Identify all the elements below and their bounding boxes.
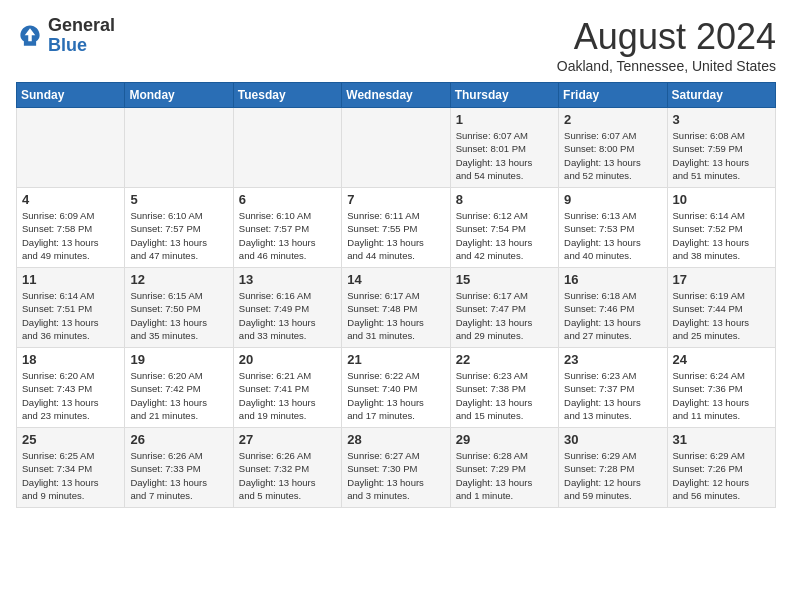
day-number: 27 — [239, 432, 336, 447]
logo-icon — [16, 22, 44, 50]
day-info: Sunrise: 6:10 AM Sunset: 7:57 PM Dayligh… — [239, 209, 336, 262]
calendar-table: SundayMondayTuesdayWednesdayThursdayFrid… — [16, 82, 776, 508]
day-number: 13 — [239, 272, 336, 287]
day-number: 28 — [347, 432, 444, 447]
calendar-cell: 31Sunrise: 6:29 AM Sunset: 7:26 PM Dayli… — [667, 428, 775, 508]
calendar-cell: 8Sunrise: 6:12 AM Sunset: 7:54 PM Daylig… — [450, 188, 558, 268]
day-number: 30 — [564, 432, 661, 447]
calendar-cell: 4Sunrise: 6:09 AM Sunset: 7:58 PM Daylig… — [17, 188, 125, 268]
day-info: Sunrise: 6:14 AM Sunset: 7:52 PM Dayligh… — [673, 209, 770, 262]
day-number: 14 — [347, 272, 444, 287]
day-info: Sunrise: 6:09 AM Sunset: 7:58 PM Dayligh… — [22, 209, 119, 262]
day-info: Sunrise: 6:24 AM Sunset: 7:36 PM Dayligh… — [673, 369, 770, 422]
calendar-cell: 25Sunrise: 6:25 AM Sunset: 7:34 PM Dayli… — [17, 428, 125, 508]
day-info: Sunrise: 6:17 AM Sunset: 7:47 PM Dayligh… — [456, 289, 553, 342]
day-info: Sunrise: 6:20 AM Sunset: 7:43 PM Dayligh… — [22, 369, 119, 422]
calendar-cell: 10Sunrise: 6:14 AM Sunset: 7:52 PM Dayli… — [667, 188, 775, 268]
weekday-header-friday: Friday — [559, 83, 667, 108]
calendar-cell: 17Sunrise: 6:19 AM Sunset: 7:44 PM Dayli… — [667, 268, 775, 348]
calendar-cell — [342, 108, 450, 188]
calendar-cell: 22Sunrise: 6:23 AM Sunset: 7:38 PM Dayli… — [450, 348, 558, 428]
day-number: 11 — [22, 272, 119, 287]
day-info: Sunrise: 6:29 AM Sunset: 7:28 PM Dayligh… — [564, 449, 661, 502]
day-info: Sunrise: 6:10 AM Sunset: 7:57 PM Dayligh… — [130, 209, 227, 262]
day-info: Sunrise: 6:19 AM Sunset: 7:44 PM Dayligh… — [673, 289, 770, 342]
day-info: Sunrise: 6:14 AM Sunset: 7:51 PM Dayligh… — [22, 289, 119, 342]
calendar-cell: 2Sunrise: 6:07 AM Sunset: 8:00 PM Daylig… — [559, 108, 667, 188]
weekday-header-thursday: Thursday — [450, 83, 558, 108]
calendar-cell: 7Sunrise: 6:11 AM Sunset: 7:55 PM Daylig… — [342, 188, 450, 268]
month-title: August 2024 — [557, 16, 776, 58]
weekday-header-monday: Monday — [125, 83, 233, 108]
calendar-cell — [233, 108, 341, 188]
day-number: 1 — [456, 112, 553, 127]
calendar-cell: 24Sunrise: 6:24 AM Sunset: 7:36 PM Dayli… — [667, 348, 775, 428]
day-number: 7 — [347, 192, 444, 207]
day-info: Sunrise: 6:21 AM Sunset: 7:41 PM Dayligh… — [239, 369, 336, 422]
calendar-cell: 9Sunrise: 6:13 AM Sunset: 7:53 PM Daylig… — [559, 188, 667, 268]
page-header: General Blue August 2024 Oakland, Tennes… — [16, 16, 776, 74]
calendar-cell: 18Sunrise: 6:20 AM Sunset: 7:43 PM Dayli… — [17, 348, 125, 428]
day-number: 29 — [456, 432, 553, 447]
day-info: Sunrise: 6:17 AM Sunset: 7:48 PM Dayligh… — [347, 289, 444, 342]
day-number: 12 — [130, 272, 227, 287]
calendar-cell: 28Sunrise: 6:27 AM Sunset: 7:30 PM Dayli… — [342, 428, 450, 508]
day-info: Sunrise: 6:26 AM Sunset: 7:32 PM Dayligh… — [239, 449, 336, 502]
day-info: Sunrise: 6:26 AM Sunset: 7:33 PM Dayligh… — [130, 449, 227, 502]
weekday-header-wednesday: Wednesday — [342, 83, 450, 108]
calendar-cell: 29Sunrise: 6:28 AM Sunset: 7:29 PM Dayli… — [450, 428, 558, 508]
weekday-header-saturday: Saturday — [667, 83, 775, 108]
calendar-cell: 14Sunrise: 6:17 AM Sunset: 7:48 PM Dayli… — [342, 268, 450, 348]
day-info: Sunrise: 6:29 AM Sunset: 7:26 PM Dayligh… — [673, 449, 770, 502]
location: Oakland, Tennessee, United States — [557, 58, 776, 74]
day-info: Sunrise: 6:07 AM Sunset: 8:01 PM Dayligh… — [456, 129, 553, 182]
day-info: Sunrise: 6:23 AM Sunset: 7:38 PM Dayligh… — [456, 369, 553, 422]
day-info: Sunrise: 6:22 AM Sunset: 7:40 PM Dayligh… — [347, 369, 444, 422]
calendar-cell: 30Sunrise: 6:29 AM Sunset: 7:28 PM Dayli… — [559, 428, 667, 508]
calendar-cell: 27Sunrise: 6:26 AM Sunset: 7:32 PM Dayli… — [233, 428, 341, 508]
day-info: Sunrise: 6:28 AM Sunset: 7:29 PM Dayligh… — [456, 449, 553, 502]
calendar-cell: 5Sunrise: 6:10 AM Sunset: 7:57 PM Daylig… — [125, 188, 233, 268]
day-number: 22 — [456, 352, 553, 367]
calendar-cell: 11Sunrise: 6:14 AM Sunset: 7:51 PM Dayli… — [17, 268, 125, 348]
day-number: 15 — [456, 272, 553, 287]
calendar-cell — [17, 108, 125, 188]
day-info: Sunrise: 6:18 AM Sunset: 7:46 PM Dayligh… — [564, 289, 661, 342]
calendar-cell: 16Sunrise: 6:18 AM Sunset: 7:46 PM Dayli… — [559, 268, 667, 348]
day-number: 21 — [347, 352, 444, 367]
calendar-cell — [125, 108, 233, 188]
day-number: 20 — [239, 352, 336, 367]
weekday-header-tuesday: Tuesday — [233, 83, 341, 108]
day-info: Sunrise: 6:07 AM Sunset: 8:00 PM Dayligh… — [564, 129, 661, 182]
calendar-cell: 20Sunrise: 6:21 AM Sunset: 7:41 PM Dayli… — [233, 348, 341, 428]
day-number: 6 — [239, 192, 336, 207]
calendar-cell: 13Sunrise: 6:16 AM Sunset: 7:49 PM Dayli… — [233, 268, 341, 348]
calendar-cell: 1Sunrise: 6:07 AM Sunset: 8:01 PM Daylig… — [450, 108, 558, 188]
title-block: August 2024 Oakland, Tennessee, United S… — [557, 16, 776, 74]
day-number: 4 — [22, 192, 119, 207]
calendar-cell: 3Sunrise: 6:08 AM Sunset: 7:59 PM Daylig… — [667, 108, 775, 188]
day-info: Sunrise: 6:16 AM Sunset: 7:49 PM Dayligh… — [239, 289, 336, 342]
day-number: 17 — [673, 272, 770, 287]
logo: General Blue — [16, 16, 115, 56]
day-info: Sunrise: 6:12 AM Sunset: 7:54 PM Dayligh… — [456, 209, 553, 262]
day-info: Sunrise: 6:13 AM Sunset: 7:53 PM Dayligh… — [564, 209, 661, 262]
calendar-cell: 23Sunrise: 6:23 AM Sunset: 7:37 PM Dayli… — [559, 348, 667, 428]
day-info: Sunrise: 6:08 AM Sunset: 7:59 PM Dayligh… — [673, 129, 770, 182]
day-info: Sunrise: 6:20 AM Sunset: 7:42 PM Dayligh… — [130, 369, 227, 422]
day-number: 9 — [564, 192, 661, 207]
day-number: 8 — [456, 192, 553, 207]
day-number: 31 — [673, 432, 770, 447]
day-number: 26 — [130, 432, 227, 447]
calendar-cell: 19Sunrise: 6:20 AM Sunset: 7:42 PM Dayli… — [125, 348, 233, 428]
logo-text: General Blue — [48, 16, 115, 56]
day-info: Sunrise: 6:11 AM Sunset: 7:55 PM Dayligh… — [347, 209, 444, 262]
calendar-cell: 15Sunrise: 6:17 AM Sunset: 7:47 PM Dayli… — [450, 268, 558, 348]
day-number: 25 — [22, 432, 119, 447]
day-info: Sunrise: 6:25 AM Sunset: 7:34 PM Dayligh… — [22, 449, 119, 502]
day-info: Sunrise: 6:15 AM Sunset: 7:50 PM Dayligh… — [130, 289, 227, 342]
weekday-header-sunday: Sunday — [17, 83, 125, 108]
day-number: 19 — [130, 352, 227, 367]
calendar-cell: 26Sunrise: 6:26 AM Sunset: 7:33 PM Dayli… — [125, 428, 233, 508]
day-number: 16 — [564, 272, 661, 287]
